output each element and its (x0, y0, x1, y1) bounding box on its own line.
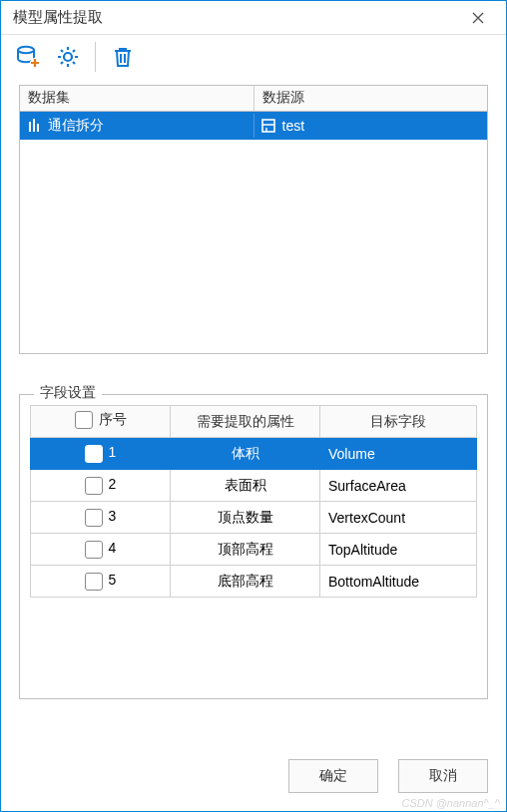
header-target[interactable]: 目标字段 (320, 406, 477, 438)
close-icon (472, 12, 484, 24)
svg-rect-3 (29, 122, 31, 132)
header-attr[interactable]: 需要提取的属性 (171, 406, 320, 438)
svg-rect-5 (37, 124, 39, 132)
close-button[interactable] (458, 3, 498, 33)
ok-button[interactable]: 确定 (288, 759, 378, 793)
field-row[interactable]: 3顶点数量VertexCount (31, 502, 477, 534)
field-target-cell: Volume (320, 438, 477, 470)
field-index-cell: 4 (31, 534, 171, 566)
header-index-label: 序号 (99, 411, 127, 429)
row-checkbox[interactable] (85, 477, 103, 495)
settings-button[interactable] (53, 42, 83, 72)
field-attr-cell: 顶点数量 (171, 502, 320, 534)
fieldset-legend: 字段设置 (34, 384, 102, 402)
field-row[interactable]: 5底部高程BottomAltitude (31, 566, 477, 598)
field-attr-cell: 表面积 (171, 470, 320, 502)
field-row[interactable]: 2表面积SurfaceArea (31, 470, 477, 502)
field-row[interactable]: 1体积Volume (31, 438, 477, 470)
row-checkbox[interactable] (85, 573, 103, 591)
svg-point-0 (18, 47, 34, 53)
titlebar: 模型属性提取 (1, 1, 506, 35)
add-datasource-button[interactable] (13, 42, 43, 72)
row-checkbox[interactable] (85, 445, 103, 463)
header-index[interactable]: 序号 (31, 406, 171, 438)
cancel-button[interactable]: 取消 (398, 759, 488, 793)
field-index-cell: 2 (31, 470, 171, 502)
row-checkbox[interactable] (85, 509, 103, 527)
header-dataset: 数据集 (20, 86, 254, 111)
row-checkbox[interactable] (85, 541, 103, 559)
field-target-cell: BottomAltitude (320, 566, 477, 598)
dataset-name: 通信拆分 (48, 117, 104, 135)
field-target-cell: TopAltitude (320, 534, 477, 566)
svg-rect-4 (33, 119, 35, 132)
field-target-cell: SurfaceArea (320, 470, 477, 502)
gear-icon (55, 44, 81, 70)
row-index: 1 (109, 444, 117, 460)
field-row[interactable]: 4顶部高程TopAltitude (31, 534, 477, 566)
dataset-cell: 通信拆分 (20, 114, 254, 138)
field-index-cell: 5 (31, 566, 171, 598)
watermark: CSDN @nannan^_^ (401, 797, 500, 809)
field-index-cell: 3 (31, 502, 171, 534)
datasource-icon (260, 117, 278, 135)
field-header-row: 序号 需要提取的属性 目标字段 (31, 406, 477, 438)
svg-rect-6 (262, 120, 274, 132)
datasource-panel: 数据集 数据源 通信拆分 test (19, 85, 488, 354)
trash-icon (111, 44, 135, 70)
field-target-cell: VertexCount (320, 502, 477, 534)
source-cell: test (254, 114, 488, 138)
row-index: 3 (109, 508, 117, 524)
source-name: test (282, 118, 305, 134)
window-title: 模型属性提取 (13, 8, 458, 27)
select-all-checkbox[interactable] (75, 411, 93, 429)
datasource-table: 数据集 数据源 通信拆分 test (19, 85, 488, 354)
field-attr-cell: 顶部高程 (171, 534, 320, 566)
delete-button[interactable] (108, 42, 138, 72)
header-source: 数据源 (254, 86, 488, 111)
field-index-cell: 1 (31, 438, 171, 470)
button-bar: 确定 取消 (288, 759, 488, 793)
field-attr-cell: 体积 (171, 438, 320, 470)
toolbar (1, 35, 506, 79)
field-settings-group: 字段设置 序号 需要提取的属性 目标字段 1体积Volu (19, 394, 488, 699)
row-index: 2 (109, 476, 117, 492)
datasource-row[interactable]: 通信拆分 test (20, 112, 487, 140)
database-plus-icon (15, 44, 41, 70)
svg-point-2 (64, 53, 72, 61)
dialog-window: 模型属性提取 (0, 0, 507, 812)
field-attr-cell: 底部高程 (171, 566, 320, 598)
field-table: 序号 需要提取的属性 目标字段 1体积Volume2表面积SurfaceArea… (30, 405, 477, 598)
dataset-icon (26, 117, 44, 135)
toolbar-divider (95, 42, 96, 72)
row-index: 5 (109, 572, 117, 588)
row-index: 4 (109, 540, 117, 556)
datasource-header: 数据集 数据源 (20, 86, 487, 112)
